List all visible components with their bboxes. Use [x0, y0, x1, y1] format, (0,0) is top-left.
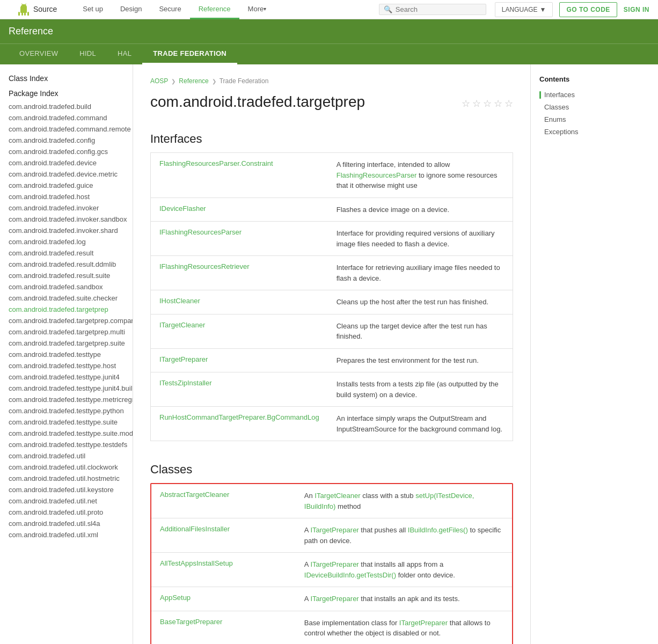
sidebar-item-class-index[interactable]: Class Index [0, 71, 133, 86]
sidebar-link-util-xml[interactable]: com.android.tradefed.util.xml [0, 529, 133, 540]
sidebar-link-targetprep[interactable]: com.android.tradefed.targetprep [0, 304, 133, 315]
sidebar-link-util-sl4a[interactable]: com.android.tradefed.util.sl4a [0, 518, 133, 529]
search-bar: 🔍 [379, 4, 486, 15]
interface-link-flashing-constraint[interactable]: FlashingResourcesParser.Constraint [159, 159, 273, 167]
sidebar-link-util-net[interactable]: com.android.tradefed.util.net [0, 495, 133, 507]
star-rating: ☆ ☆ ☆ ☆ ☆ [462, 93, 513, 109]
class-ibuildinfo-link-1[interactable]: IBuildInfo.getFiles() [408, 526, 468, 534]
table-row: ITargetPreparer Prepares the test enviro… [151, 348, 513, 372]
class-itargetpreparer-link-4[interactable]: ITargetPreparer [399, 619, 448, 627]
sidebar-link-device[interactable]: com.android.tradefed.device [0, 157, 133, 169]
language-button[interactable]: LANGUAGE ▼ [495, 2, 553, 17]
sidebar-link-device-metric[interactable]: com.android.tradefed.device.metric [0, 169, 133, 180]
sidebar-link-invoker-shard[interactable]: com.android.tradefed.invoker.shard [0, 225, 133, 236]
breadcrumb-aosp[interactable]: AOSP [150, 77, 168, 85]
sidebar-link-targetprep-suite[interactable]: com.android.tradefed.targetprep.suite [0, 338, 133, 349]
sign-in-button[interactable]: SIGN IN [624, 6, 649, 13]
sidebar-link-host[interactable]: com.android.tradefed.host [0, 191, 133, 202]
toc-item-exceptions[interactable]: Exceptions [531, 126, 627, 138]
sidebar-link-testtype-suite-module[interactable]: com.android.tradefed.testtype.suite.modu… [0, 428, 133, 439]
sidebar-link-command[interactable]: com.android.tradefed.command [0, 112, 133, 123]
star-1[interactable]: ☆ [462, 98, 470, 109]
class-link-alltestapps[interactable]: AllTestAppsInstallSetup [160, 559, 233, 567]
main-layout: Class Index Package Index com.android.tr… [0, 64, 658, 644]
search-icon: 🔍 [384, 5, 392, 13]
sidebar-link-util-clockwork[interactable]: com.android.tradefed.util.clockwork [0, 462, 133, 473]
sidebar-link-result-suite[interactable]: com.android.tradefed.result.suite [0, 270, 133, 281]
interface-link-iflashingresourcesretriever[interactable]: IFlashingResourcesRetriever [159, 262, 250, 270]
nav-reference[interactable]: Reference [190, 0, 239, 19]
toc-item-classes[interactable]: Classes [531, 101, 627, 113]
sidebar-link-invoker-sandbox[interactable]: com.android.tradefed.invoker.sandbox [0, 214, 133, 225]
nav-setup[interactable]: Set up [74, 0, 112, 19]
class-idevicebuildinfo-link-2[interactable]: IDeviceBuildInfo.getTestsDir() [304, 571, 396, 579]
class-link-basetargetpreparer[interactable]: BaseTargetPreparer [160, 618, 222, 626]
class-itargetpreparer-link-3[interactable]: ITargetPreparer [310, 595, 359, 603]
sidebar-link-result[interactable]: com.android.tradefed.result [0, 247, 133, 259]
sidebar-link-testtype-junit4[interactable]: com.android.tradefed.testtype.junit4 [0, 371, 133, 383]
sidebar-link-testtype-testdefs[interactable]: com.android.tradefed.testtype.testdefs [0, 439, 133, 450]
toc-indicator-enums [539, 116, 541, 123]
tab-trade-federation[interactable]: TRADE FEDERATION [142, 44, 237, 64]
interface-desc-7: Installs tests from a tests zip file (as… [328, 372, 513, 407]
sidebar-link-targetprep-multi[interactable]: com.android.tradefed.targetprep.multi [0, 326, 133, 338]
flashing-resources-parser-link[interactable]: FlashingResourcesParser [337, 171, 417, 179]
sidebar-link-targetprep-companion[interactable]: com.android.tradefed.targetprep.companio… [0, 315, 133, 326]
sidebar-link-util-hostmetric[interactable]: com.android.tradefed.util.hostmetric [0, 473, 133, 484]
table-row: IFlashingResourcesRetriever Interface fo… [151, 256, 513, 290]
sidebar-link-guice[interactable]: com.android.tradefed.guice [0, 180, 133, 191]
class-link-appsetup[interactable]: AppSetup [160, 594, 191, 602]
classes-section-title: Classes [150, 458, 513, 477]
star-2[interactable]: ☆ [472, 98, 481, 109]
table-row: IHostCleaner Cleans up the host after th… [151, 290, 513, 314]
sidebar-link-util-keystore[interactable]: com.android.tradefed.util.keystore [0, 484, 133, 495]
search-input[interactable] [396, 5, 481, 13]
interface-link-iflashingresourcesparser[interactable]: IFlashingResourcesParser [159, 228, 242, 236]
sidebar-link-testtype-host[interactable]: com.android.tradefed.testtype.host [0, 360, 133, 371]
class-itargetpreparer-link-1[interactable]: ITargetPreparer [310, 526, 359, 534]
toc-item-interfaces[interactable]: Interfaces [531, 89, 627, 101]
class-link-abstract-target-cleaner[interactable]: AbstractTargetCleaner [160, 491, 229, 499]
sidebar-link-invoker[interactable]: com.android.tradefed.invoker [0, 202, 133, 214]
interface-link-itargetpreparer[interactable]: ITargetPreparer [159, 355, 208, 363]
tab-hal[interactable]: HAL [107, 44, 142, 64]
star-5[interactable]: ☆ [505, 98, 513, 109]
nav-design[interactable]: Design [112, 0, 150, 19]
tab-overview[interactable]: OVERVIEW [9, 44, 69, 64]
toc-item-enums[interactable]: Enums [531, 113, 627, 126]
sidebar-link-testtype-python[interactable]: com.android.tradefed.testtype.python [0, 405, 133, 416]
interface-link-runhostcommand[interactable]: RunHostCommandTargetPreparer.BgCommandLo… [159, 413, 319, 421]
star-3[interactable]: ☆ [483, 98, 492, 109]
sidebar-link-result-ddmlib[interactable]: com.android.tradefed.result.ddmlib [0, 259, 133, 270]
class-itargetpreparer-link-2[interactable]: ITargetPreparer [310, 560, 359, 568]
sidebar-link-command-remote[interactable]: com.android.tradefed.command.remote [0, 123, 133, 135]
sidebar-link-util[interactable]: com.android.tradefed.util [0, 450, 133, 462]
sidebar-item-package-index[interactable]: Package Index [0, 86, 133, 101]
class-itargetcleaner-link-0[interactable]: ITargetCleaner [315, 492, 360, 500]
interface-link-itargetcleaner[interactable]: ITargetCleaner [159, 321, 205, 329]
sidebar-link-config-gcs[interactable]: com.android.tradefed.config.gcs [0, 146, 133, 157]
sidebar-link-suite-checker[interactable]: com.android.tradefed.suite.checker [0, 292, 133, 304]
sidebar-link-util-proto[interactable]: com.android.tradefed.util.proto [0, 507, 133, 518]
nav-secure[interactable]: Secure [150, 0, 189, 19]
interface-link-ihostcleaner[interactable]: IHostCleaner [159, 297, 200, 305]
interface-link-ideviceflasher[interactable]: IDeviceFlasher [159, 204, 206, 213]
sidebar-link-testtype-suite[interactable]: com.android.tradefed.testtype.suite [0, 416, 133, 428]
sidebar-link-config[interactable]: com.android.tradefed.config [0, 135, 133, 146]
sidebar-link-testtype-junit4-builder[interactable]: com.android.tradefed.testtype.junit4.bui… [0, 383, 133, 394]
table-row: FlashingResourcesParser.Constraint A fil… [151, 153, 513, 198]
interface-link-itestszipinstaller[interactable]: ITestsZipInstaller [159, 379, 212, 387]
star-4[interactable]: ☆ [494, 98, 502, 109]
sidebar-link-testtype-metricregression[interactable]: com.android.tradefed.testtype.metricregr… [0, 394, 133, 405]
breadcrumb-reference[interactable]: Reference [179, 77, 208, 85]
site-logo[interactable]: Source [9, 0, 65, 19]
nav-more[interactable]: More [239, 0, 275, 19]
sidebar-link-testtype[interactable]: com.android.tradefed.testtype [0, 349, 133, 360]
page-title: com.android.tradefed.targetprep [150, 93, 365, 111]
tab-hidl[interactable]: HIDL [69, 44, 107, 64]
go-to-code-button[interactable]: GO TO CODE [559, 2, 617, 17]
sidebar-link-build[interactable]: com.android.tradefed.build [0, 101, 133, 112]
class-link-additional-files-installer[interactable]: AdditionalFilesInstaller [160, 525, 230, 533]
sidebar-link-sandbox[interactable]: com.android.tradefed.sandbox [0, 281, 133, 292]
sidebar-link-log[interactable]: com.android.tradefed.log [0, 236, 133, 247]
